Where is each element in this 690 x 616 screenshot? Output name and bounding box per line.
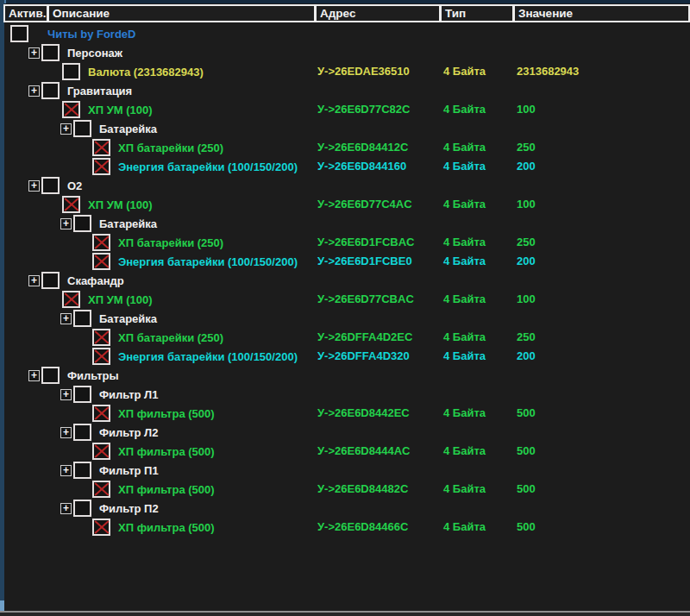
record-description[interactable]: ХП УМ (100) [88,293,153,306]
active-checkbox-checked[interactable] [62,291,80,308]
expand-toggle-icon[interactable]: + [60,123,72,135]
active-checkbox-checked[interactable] [62,101,80,118]
active-checkbox-checked[interactable] [92,253,110,270]
record-value[interactable]: 250 [517,328,536,347]
record-description[interactable]: Скафандр [67,274,124,287]
active-checkbox[interactable] [73,424,91,441]
record-description[interactable]: ХП фильтра (500) [118,521,215,534]
tree-cell: ХП батарейки (250) [0,138,223,157]
record-description[interactable]: Валюта (2313682943) [88,66,204,79]
record-description[interactable]: Батарейка [99,312,157,325]
active-checkbox-checked[interactable] [62,196,80,213]
active-checkbox-checked[interactable] [92,443,110,460]
cheat-row: +Батарейка [0,309,690,328]
active-checkbox[interactable] [62,63,80,80]
record-description[interactable]: ХП фильтра (500) [118,445,215,458]
record-value[interactable]: 500 [517,442,536,461]
cheat-row: +Фильтр П2 [0,499,690,518]
record-description[interactable]: ХП УМ (100) [88,198,153,211]
active-checkbox-checked[interactable] [92,481,110,498]
record-description[interactable]: Энергия батарейки (100/150/200) [118,350,298,363]
active-checkbox[interactable] [73,386,91,403]
record-description[interactable]: Энергия батарейки (100/150/200) [118,255,298,268]
record-value[interactable]: 100 [517,290,536,309]
record-description[interactable]: ХП батарейки (250) [118,236,223,249]
record-description[interactable]: Персонаж [67,47,122,60]
record-description[interactable]: Гравитация [67,85,132,97]
cheat-row: ХП фильтра (500)У->26E6D84482C4 Байта500 [0,480,690,499]
active-checkbox-checked[interactable] [92,329,110,346]
record-value[interactable]: 500 [517,518,536,537]
active-checkbox[interactable] [41,44,60,61]
active-checkbox-checked[interactable] [92,234,110,251]
record-value[interactable]: 250 [517,233,536,252]
column-header-2[interactable]: Адрес [315,4,441,22]
active-checkbox-checked[interactable] [92,519,110,536]
active-checkbox[interactable] [73,120,91,137]
cheat-row: +Фильтр Л1 [0,385,690,404]
active-checkbox-checked[interactable] [92,158,110,175]
expand-toggle-icon[interactable]: + [28,370,40,381]
expand-toggle-icon[interactable]: + [28,47,40,59]
expand-toggle-icon[interactable]: + [28,85,40,97]
record-value[interactable]: 100 [517,100,536,119]
expand-toggle-icon[interactable]: + [28,275,40,286]
record-value[interactable]: 2313682943 [517,62,579,81]
record-value[interactable]: 100 [517,195,536,214]
active-checkbox[interactable] [41,272,60,289]
record-description[interactable]: О2 [67,179,82,192]
expand-toggle-icon[interactable]: + [60,313,72,324]
record-value[interactable]: 500 [517,404,536,423]
record-value[interactable]: 250 [517,138,536,157]
record-value[interactable]: 200 [517,252,536,271]
active-checkbox[interactable] [41,82,60,99]
column-header-3[interactable]: Тип [440,4,514,22]
record-description[interactable]: Энергия батарейки (100/150/200) [118,160,298,173]
record-description[interactable]: ХП фильтра (500) [118,483,215,496]
record-description[interactable]: ХП фильтра (500) [118,407,215,420]
column-header-0[interactable]: Актив. [3,4,48,22]
record-description[interactable]: Фильтр П2 [99,502,159,515]
record-type: 4 Байта [443,233,486,252]
tree-cell: ХП фильтра (500) [0,404,215,423]
record-description[interactable]: Читы by FordeD [47,28,136,41]
column-header-4[interactable]: Значение [513,4,690,22]
cheat-row: ХП батарейки (250)У->26DFFA4D2EC4 Байта2… [0,328,690,347]
expand-toggle-icon[interactable]: + [60,503,72,514]
tree-cell: Валюта (2313682943) [0,62,204,81]
active-checkbox[interactable] [73,462,91,479]
record-address: У->26DFFA4D320 [317,347,410,366]
expand-toggle-icon[interactable]: + [60,389,72,400]
record-type: 4 Байта [443,404,486,423]
record-description[interactable]: ХП батарейки (250) [118,331,223,344]
active-checkbox[interactable] [10,25,28,42]
record-description[interactable]: Фильтр Л1 [99,388,158,401]
expand-toggle-icon[interactable]: + [60,465,72,476]
record-value[interactable]: 500 [517,480,536,499]
expand-toggle-icon[interactable]: + [60,427,72,438]
record-address: У->26E6D8442EC [317,404,410,423]
record-description[interactable]: Фильтр Л2 [99,426,158,439]
record-value[interactable]: 200 [517,157,536,176]
record-description[interactable]: Фильтры [67,369,119,382]
record-description[interactable]: ХП УМ (100) [88,104,153,116]
record-description[interactable]: Фильтр П1 [99,464,159,477]
expand-toggle-icon[interactable]: + [28,180,40,192]
cheat-row: ХП батарейки (250)У->26E6D1FCBAC4 Байта2… [0,233,690,252]
record-value[interactable]: 200 [517,347,536,366]
record-description[interactable]: Батарейка [99,123,157,135]
active-checkbox-checked[interactable] [92,139,110,156]
record-address: У->26DFFA4D2EC [317,328,412,347]
active-checkbox[interactable] [73,500,91,517]
active-checkbox[interactable] [73,215,91,232]
active-checkbox[interactable] [73,310,91,327]
column-header-1[interactable]: Описание [47,4,316,22]
active-checkbox[interactable] [41,367,60,384]
expand-toggle-icon[interactable]: + [60,218,72,229]
record-description[interactable]: ХП батарейки (250) [118,141,223,154]
active-checkbox[interactable] [41,177,60,194]
tree-cell: ХП УМ (100) [0,195,153,214]
active-checkbox-checked[interactable] [92,405,110,422]
record-description[interactable]: Батарейка [99,217,157,230]
active-checkbox-checked[interactable] [92,348,110,365]
